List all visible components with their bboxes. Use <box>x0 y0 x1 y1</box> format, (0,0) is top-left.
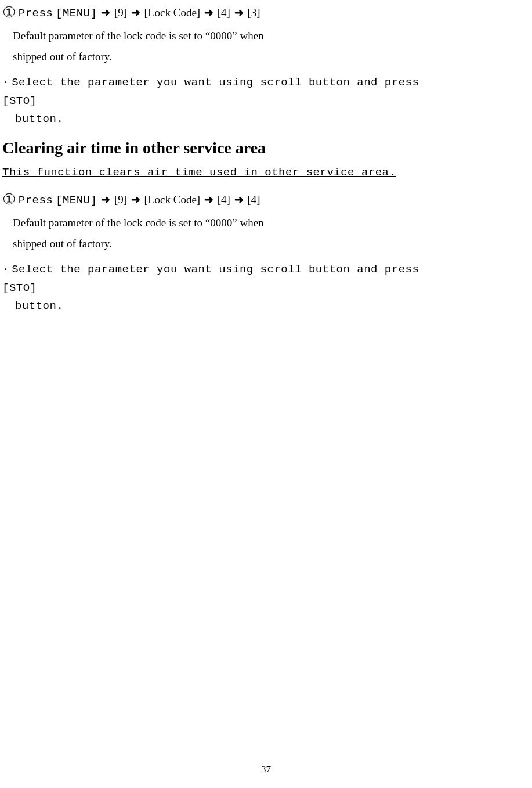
press-text: Press <box>19 194 53 207</box>
arrow-right-icon: ➜ <box>203 6 215 19</box>
arrow-right-icon: ➜ <box>233 6 245 19</box>
step-2: ① Press [MENU] ➜ [9] ➜ [Lock Code] ➜ [4]… <box>2 187 532 213</box>
arrow-right-icon: ➜ <box>130 6 142 19</box>
default-note-line2: shipped out of factory. <box>13 233 532 254</box>
sto-key: [STO] <box>2 95 37 107</box>
key-4b: [4] <box>247 193 260 206</box>
arrow-right-icon: ➜ <box>130 193 142 206</box>
button-word: button. <box>15 113 63 125</box>
key-9: [9] <box>114 6 127 19</box>
circled-one-icon: ① <box>2 187 16 213</box>
default-note-line1: Default parameter of the lock code is se… <box>13 213 532 233</box>
select-instruction-1: · Select the parameter you want using sc… <box>2 73 532 91</box>
section-heading: Clearing air time in other service area <box>2 139 532 157</box>
select-text: Select the parameter you want using scro… <box>12 263 419 276</box>
key-9: [9] <box>114 193 127 206</box>
key-4: [4] <box>218 6 230 19</box>
bullet-icon: · <box>2 76 9 89</box>
arrow-right-icon: ➜ <box>100 6 111 19</box>
menu-key: [MENU] <box>56 7 97 20</box>
select-instruction-2: · Select the parameter you want using sc… <box>2 260 532 278</box>
select-text: Select the parameter you want using scro… <box>12 76 419 89</box>
sto-key: [STO] <box>2 282 37 294</box>
key-4a: [4] <box>218 193 230 206</box>
button-word: button. <box>15 300 63 312</box>
menu-key: [MENU] <box>56 194 97 207</box>
arrow-right-icon: ➜ <box>203 193 215 206</box>
default-note-line2: shipped out of factory. <box>13 46 532 67</box>
arrow-right-icon: ➜ <box>100 193 111 206</box>
step-1: ① Press [MENU] ➜ [9] ➜ [Lock Code] ➜ [4]… <box>2 0 532 26</box>
key-lock-code: [Lock Code] <box>144 193 201 206</box>
page-number: 37 <box>0 764 532 775</box>
bullet-icon: · <box>2 263 9 276</box>
arrow-right-icon: ➜ <box>233 193 245 206</box>
default-note-line1: Default parameter of the lock code is se… <box>13 26 532 46</box>
circled-one-icon: ① <box>2 0 16 26</box>
press-text: Press <box>19 7 53 20</box>
key-lock-code: [Lock Code] <box>144 6 201 19</box>
section-intro: This function clears air time used in ot… <box>2 166 396 179</box>
key-3: [3] <box>247 6 260 19</box>
